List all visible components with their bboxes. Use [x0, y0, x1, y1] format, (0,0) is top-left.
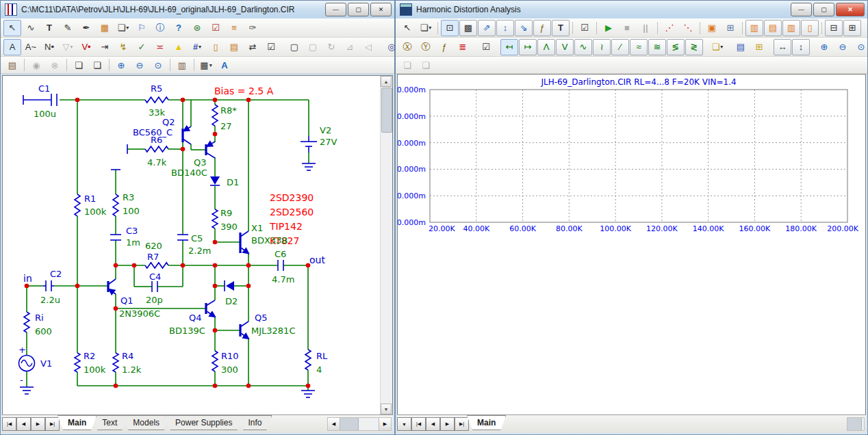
zoom-scale-icon[interactable]: ⊙ — [149, 57, 167, 73]
tab-main[interactable]: Main — [58, 415, 97, 430]
minor-grids-toggle-icon[interactable]: ▥ — [782, 20, 800, 36]
tracker-toggle-icon[interactable]: ⊞ — [843, 20, 861, 36]
analysis-horizontal-scrollbar[interactable] — [847, 417, 865, 431]
scale-mode-icon[interactable]: ⊡ — [441, 20, 459, 36]
select-tool-icon[interactable]: ↖ — [3, 20, 21, 36]
cursor-global-high-icon[interactable]: ≈ — [630, 39, 648, 55]
page-view-icon[interactable]: ▥ — [173, 57, 191, 73]
text-tool-icon[interactable]: T — [40, 20, 58, 36]
vertical-grids-toggle-icon[interactable]: ▥ — [745, 20, 763, 36]
minimize-button[interactable]: — — [791, 3, 812, 16]
tab-info[interactable]: Info — [238, 415, 272, 430]
cursor-top-icon[interactable]: ≶ — [667, 39, 685, 55]
cursor-mode-icon[interactable]: ▩ — [459, 20, 477, 36]
cursor-valley-icon[interactable]: V — [556, 39, 574, 55]
split-view-icon[interactable]: ▦▾ — [197, 57, 215, 73]
bus-tool-icon[interactable]: ▦ — [96, 20, 114, 36]
cursor-inflection-icon[interactable]: ∕ — [611, 39, 629, 55]
cursor-right-icon[interactable]: ↦ — [519, 39, 537, 55]
menu-list-tool-icon[interactable]: ≣ — [454, 39, 472, 55]
show-pin-connections-icon[interactable]: ⇥ — [96, 39, 114, 55]
checklist-tool-icon[interactable]: ☑ — [207, 20, 225, 36]
prev-page-button[interactable]: ◀ — [16, 417, 31, 431]
horizontal-grids-toggle-icon[interactable]: ▤ — [764, 20, 782, 36]
tokens-toggle-icon[interactable]: ⋱ — [679, 20, 697, 36]
zoom-area-icon[interactable]: ⊙ — [852, 39, 868, 55]
text-mode-icon[interactable]: T — [552, 20, 570, 36]
cursor-low-icon[interactable]: ≀ — [593, 39, 611, 55]
zoom-out-icon[interactable]: ⊖ — [834, 39, 852, 55]
page-list-dropdown[interactable]: ▼ — [397, 417, 411, 431]
schematic-horizontal-scrollbar[interactable]: ◀ ▶ — [327, 417, 392, 431]
polygon-tool-icon[interactable]: ✒ — [77, 20, 95, 36]
cursor-peak-icon[interactable]: Λ — [537, 39, 555, 55]
tab-main[interactable]: Main — [467, 415, 506, 430]
clipboard-tool-icon[interactable]: ❏▾ — [709, 39, 726, 55]
baseline-toggle-icon[interactable]: ▯ — [801, 20, 819, 36]
plot-canvas[interactable]: JLH-69_Darlington.CIR RL=4...8 F=20K VIN… — [397, 74, 866, 415]
sheet-info-icon[interactable]: ▤ — [225, 39, 243, 55]
close-button[interactable]: ✕ — [370, 3, 392, 16]
zoom-in-icon[interactable]: ⊕ — [815, 39, 833, 55]
horizontal-scroll-thumb[interactable] — [847, 418, 862, 430]
ruler-toggle-icon[interactable]: ▣ — [703, 20, 721, 36]
horizontal-tag-mode-icon[interactable]: ⇘ — [515, 20, 533, 36]
help-tool-icon[interactable]: ? — [170, 20, 188, 36]
grid-toggle-icon[interactable]: #▾ — [188, 39, 206, 55]
note-tool-icon[interactable]: ✑ — [244, 20, 261, 36]
x-scale-tool-icon[interactable]: Ⓧ — [398, 39, 416, 55]
design-rules-tool-icon[interactable]: ▤ — [3, 57, 21, 73]
scroll-left-icon[interactable]: ◀ — [328, 418, 340, 430]
plus-mark-toggle-icon[interactable]: ⊞ — [722, 20, 739, 36]
analysis-titlebar[interactable]: Harmonic Distortion Analysis —▢✕ — [396, 1, 867, 18]
cursor-high-icon[interactable]: ∿ — [574, 39, 592, 55]
horizontal-axis-toggle-icon[interactable]: ⊟ — [825, 20, 843, 36]
show-attribute-text-icon[interactable]: A — [3, 39, 21, 55]
properties-tool-icon[interactable]: ☑ — [262, 39, 280, 55]
select-tool-icon[interactable]: ↖ — [398, 20, 416, 36]
zoom-out-icon[interactable]: ⊖ — [131, 57, 149, 73]
numeric-output-tool-icon[interactable]: ▤ — [732, 39, 750, 55]
line-tool-icon[interactable]: ✎ — [59, 20, 77, 36]
horizontal-scroll-thumb[interactable] — [340, 418, 359, 430]
cursor-bottom-icon[interactable]: ≷ — [685, 39, 703, 55]
show-node-voltages-icon[interactable]: N• — [40, 39, 58, 55]
select-area-tool-icon[interactable]: ▢ — [285, 39, 303, 55]
send-to-back-icon[interactable]: ❏ — [88, 57, 106, 73]
component-tool-icon[interactable]: ❏▾ — [114, 20, 132, 36]
show-power-icon[interactable]: V• — [77, 39, 95, 55]
calculator-tool-icon[interactable]: ⊞ — [750, 39, 768, 55]
last-page-button[interactable]: ▶| — [45, 417, 60, 431]
first-page-button[interactable]: |◀ — [411, 417, 426, 431]
auto-scale-vertical-icon[interactable]: ↕ — [792, 39, 810, 55]
tab-power-supplies[interactable]: Power Supplies — [165, 415, 242, 430]
mirror-tool-icon[interactable]: ⇄ — [244, 39, 261, 55]
maximize-button[interactable]: ▢ — [813, 3, 834, 16]
minimize-button[interactable]: — — [325, 3, 346, 16]
close-button[interactable]: ✕ — [836, 3, 865, 16]
cursor-left-icon[interactable]: ↤ — [500, 39, 518, 55]
bring-to-front-icon[interactable]: ❏ — [70, 57, 88, 73]
scroll-up-icon[interactable]: ▲ — [381, 76, 392, 87]
wire-mode-tool-icon[interactable]: ∿ — [22, 20, 40, 36]
schematic-vertical-scrollbar[interactable]: ▲ ▼ — [380, 76, 392, 414]
function-tool-icon[interactable]: ƒ — [435, 39, 453, 55]
font-tool-icon[interactable]: A — [216, 57, 233, 73]
vertical-tag-mode-icon[interactable]: ↕ — [496, 20, 514, 36]
link-tool-icon[interactable]: ⊛ — [188, 20, 206, 36]
maximize-button[interactable]: ▢ — [348, 3, 369, 16]
edit-tool-icon[interactable]: ☑ — [477, 39, 495, 55]
first-page-button[interactable]: |◀ — [2, 417, 16, 431]
schematic-titlebar[interactable]: C:\MC11\DATA\Petrov\JLH\JLH-69\JLH-69_or… — [1, 1, 394, 18]
point-tag-mode-icon[interactable]: ⇗ — [478, 20, 496, 36]
info-tool-icon[interactable]: ⓘ — [151, 20, 169, 36]
scroll-right-icon[interactable]: ▶ — [379, 418, 391, 430]
show-node-numbers-icon[interactable]: A~ — [22, 39, 40, 55]
show-state-icon[interactable]: ✓ — [133, 39, 151, 55]
show-cross-reference-icon[interactable]: ≍ — [151, 39, 169, 55]
last-page-button[interactable]: ▶| — [455, 417, 469, 431]
y-scale-tool-icon[interactable]: Ⓨ — [417, 39, 435, 55]
performance-tag-mode-icon[interactable]: ƒ — [533, 20, 551, 36]
new-sheet-icon[interactable]: ▯ — [207, 39, 225, 55]
next-page-button[interactable]: ▶ — [440, 417, 455, 431]
